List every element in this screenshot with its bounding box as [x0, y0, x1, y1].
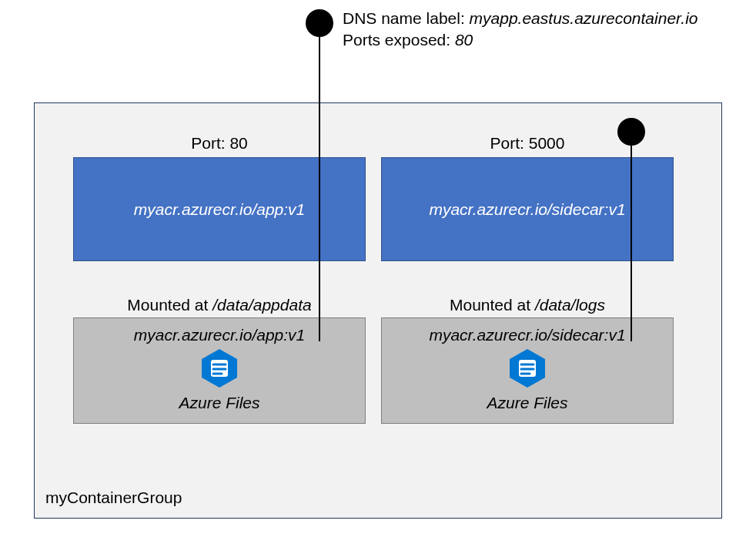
- container-sidecar-files-caption: Azure Files: [386, 394, 668, 412]
- mount-path: /data/appdata: [212, 296, 311, 314]
- container-app-port: Port: 80: [73, 134, 366, 153]
- mount-prefix: Mounted at: [127, 296, 212, 314]
- container-app-box: myacr.azurecr.io/app:v1: [73, 157, 366, 261]
- container-app-image: myacr.azurecr.io/app:v1: [134, 200, 306, 219]
- mount-path: /data/logs: [535, 296, 605, 314]
- external-endpoint-dot: [306, 9, 333, 37]
- container-sidecar-box: myacr.azurecr.io/sidecar:v1: [381, 157, 674, 261]
- container-sidecar-column: Port: 5000 myacr.azurecr.io/sidecar:v1 M…: [381, 134, 674, 424]
- container-sidecar-files-title: myacr.azurecr.io/sidecar:v1: [386, 326, 668, 344]
- container-sidecar-files-box: myacr.azurecr.io/sidecar:v1 Azure Files: [381, 317, 674, 424]
- container-app-files-caption: Azure Files: [79, 394, 360, 412]
- mount-prefix: Mounted at: [450, 296, 535, 314]
- ports-value: 80: [455, 31, 473, 49]
- ports-label-text: Ports exposed:: [343, 31, 455, 49]
- container-app-column: Port: 80 myacr.azurecr.io/app:v1 Mounted…: [73, 134, 366, 424]
- container-app-mount: Mounted at /data/appdata: [73, 296, 366, 314]
- internal-endpoint-dot: [617, 118, 645, 146]
- dns-label-text: DNS name label:: [343, 9, 470, 27]
- external-endpoint-info: DNS name label: myapp.eastus.azurecontai…: [343, 8, 697, 52]
- azure-files-icon: [386, 348, 668, 389]
- sidecar-port-line: [631, 146, 632, 341]
- container-sidecar-image: myacr.azurecr.io/sidecar:v1: [429, 200, 625, 219]
- azure-files-icon: [79, 348, 360, 389]
- external-to-app-line: [319, 37, 320, 341]
- container-group-name: myContainerGroup: [45, 489, 182, 507]
- dns-label-value: myapp.eastus.azurecontainer.io: [470, 9, 698, 27]
- container-app-files-box: myacr.azurecr.io/app:v1 Azure Files: [73, 317, 366, 424]
- container-group: Port: 80 myacr.azurecr.io/app:v1 Mounted…: [34, 102, 722, 519]
- container-sidecar-mount: Mounted at /data/logs: [381, 296, 674, 314]
